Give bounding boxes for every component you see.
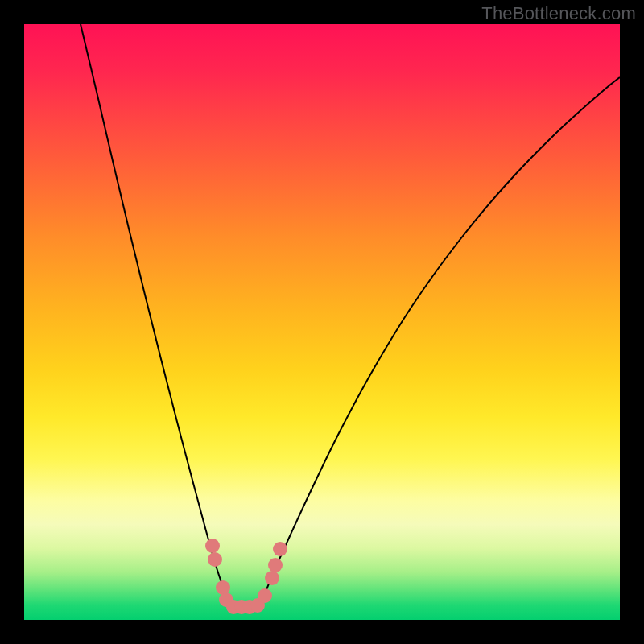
marker-dot: [268, 558, 283, 572]
right-curve: [259, 77, 620, 607]
marker-dot: [265, 571, 279, 585]
marker-dot: [205, 539, 220, 553]
marker-dot: [258, 588, 272, 603]
chart-frame: TheBottleneck.com: [0, 0, 644, 644]
markers-group: [205, 539, 287, 614]
marker-dot: [208, 552, 222, 567]
plot-area: [24, 24, 620, 620]
curve-layer: [24, 24, 620, 620]
left-curve: [80, 24, 230, 607]
watermark-text: TheBottleneck.com: [481, 3, 636, 24]
marker-dot: [273, 542, 287, 556]
